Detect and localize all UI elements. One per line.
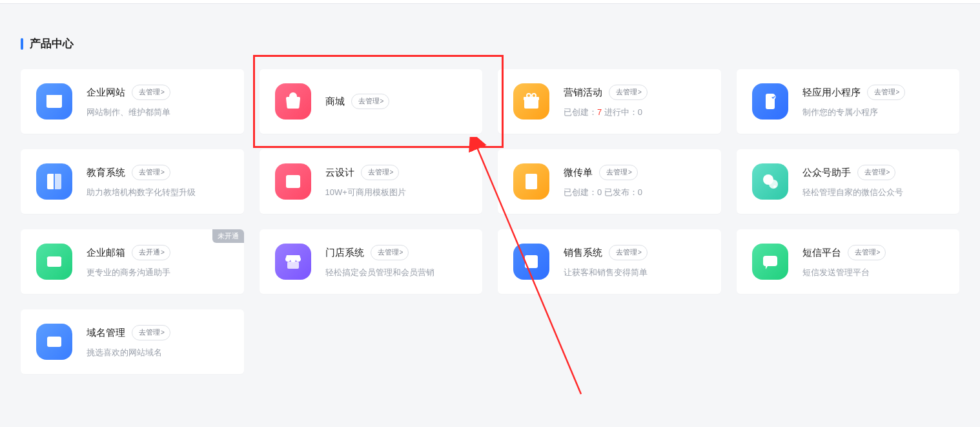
section-accent-bar <box>21 38 23 50</box>
card-subtitle: 挑选喜欢的网站域名 <box>87 347 229 359</box>
leaflet-icon <box>513 163 549 200</box>
manage-button[interactable]: 去开通 <box>132 245 170 260</box>
enterprise-site-icon <box>36 83 72 120</box>
product-card-wechat[interactable]: 公众号助手去管理轻松管理自家的微信公众号 <box>737 149 960 214</box>
product-card-leaflet[interactable]: 微传单去管理已创建：0 已发布：0 <box>498 149 721 214</box>
card-body: 公众号助手去管理轻松管理自家的微信公众号 <box>802 165 944 198</box>
manage-button[interactable]: 去管理 <box>857 165 896 180</box>
edu-icon <box>36 163 72 200</box>
card-title: 企业邮箱 <box>87 247 125 259</box>
svg-point-16 <box>289 178 291 181</box>
mall-icon <box>275 83 311 120</box>
stat-running-value: 0 <box>638 187 642 197</box>
card-stats: 已创建：7 进行中：0 <box>564 107 706 118</box>
card-title: 公众号助手 <box>802 167 851 179</box>
mail-icon <box>36 244 72 280</box>
product-card-miniapp[interactable]: 轻应用小程序去管理制作您的专属小程序 <box>737 69 960 134</box>
card-body: 轻应用小程序去管理制作您的专属小程序 <box>802 85 944 118</box>
svg-point-4 <box>290 99 292 101</box>
card-body: 云设计去管理10W+可商用模板图片 <box>325 165 467 198</box>
manage-button[interactable]: 去管理 <box>609 245 648 260</box>
product-card-mail[interactable]: 企业邮箱去开通更专业的商务沟通助手未开通 <box>21 229 244 294</box>
card-stats: 已创建：0 已发布：0 <box>564 187 706 198</box>
card-subtitle: 短信发送管理平台 <box>802 267 944 278</box>
card-body: 企业网站去管理网站制作、维护都简单 <box>87 85 229 118</box>
manage-button[interactable]: 去管理 <box>848 245 886 260</box>
manage-button[interactable]: 去管理 <box>132 325 170 340</box>
svg-text:W.: W. <box>50 339 57 346</box>
manage-button[interactable]: 去管理 <box>361 165 400 180</box>
svg-rect-24 <box>47 256 61 267</box>
manage-button[interactable]: 去管理 <box>609 85 648 100</box>
miniapp-icon <box>752 83 788 120</box>
card-body: 企业邮箱去开通更专业的商务沟通助手 <box>87 245 229 278</box>
card-subtitle: 轻松管理自家的微信公众号 <box>802 187 944 198</box>
section-header: 产品中心 <box>21 36 959 51</box>
svg-point-2 <box>48 96 50 98</box>
card-body: 门店系统去管理轻松搞定会员管理和会员营销 <box>325 245 467 278</box>
card-body: 域名管理去管理挑选喜欢的网站域名 <box>87 325 229 359</box>
manage-button[interactable]: 去管理 <box>132 165 170 180</box>
card-subtitle: 更专业的商务沟通助手 <box>87 267 229 278</box>
svg-rect-8 <box>530 97 533 109</box>
sales-icon <box>513 244 549 280</box>
card-subtitle: 制作您的专属小程序 <box>802 107 944 118</box>
card-title: 商城 <box>325 96 345 108</box>
stat-running-label: 进行中： <box>604 107 638 117</box>
card-subtitle: 助力教培机构数字化转型升级 <box>87 187 229 198</box>
product-card-store[interactable]: 门店系统去管理轻松搞定会员管理和会员营销 <box>260 229 483 294</box>
stat-running-label: 已发布： <box>604 187 638 197</box>
wechat-icon <box>752 163 788 200</box>
stat-running-value: 0 <box>638 107 642 117</box>
product-card-design[interactable]: 云设计去管理10W+可商用模板图片 <box>260 149 483 214</box>
product-card-domain[interactable]: W.域名管理去管理挑选喜欢的网站域名 <box>21 309 244 374</box>
manage-button[interactable]: 去管理 <box>351 94 390 109</box>
status-badge: 未开通 <box>212 229 244 243</box>
svg-rect-25 <box>287 262 299 269</box>
manage-button[interactable]: 去管理 <box>132 85 170 100</box>
product-card-sales[interactable]: 销售系统去管理让获客和销售变得简单 <box>498 229 721 294</box>
card-title: 销售系统 <box>564 247 602 259</box>
marketing-icon <box>513 83 549 120</box>
product-grid: 企业网站去管理网站制作、维护都简单商城去管理营销活动去管理已创建：7 进行中：0… <box>21 69 959 374</box>
product-card-edu[interactable]: 教育系统去管理助力教培机构数字化转型升级 <box>21 149 244 214</box>
product-card-sms[interactable]: 短信平台去管理短信发送管理平台 <box>737 229 960 294</box>
card-subtitle: 10W+可商用模板图片 <box>325 187 467 198</box>
stat-created-label: 已创建： <box>564 187 597 197</box>
svg-point-3 <box>51 96 53 98</box>
card-title: 轻应用小程序 <box>802 87 861 99</box>
card-subtitle: 网站制作、维护都简单 <box>87 107 229 118</box>
card-body: 教育系统去管理助力教培机构数字化转型升级 <box>87 165 229 198</box>
stat-created-label: 已创建： <box>564 107 597 117</box>
card-body: 短信平台去管理短信发送管理平台 <box>802 245 944 278</box>
card-body: 销售系统去管理让获客和销售变得简单 <box>564 245 706 278</box>
card-body: 微传单去管理已创建：0 已发布：0 <box>564 165 706 198</box>
card-title: 教育系统 <box>87 167 125 179</box>
svg-point-22 <box>769 180 778 189</box>
section-title: 产品中心 <box>30 36 74 51</box>
manage-button[interactable]: 去管理 <box>599 165 638 180</box>
svg-point-12 <box>771 95 775 99</box>
product-card-marketing[interactable]: 营销活动去管理已创建：7 进行中：0 <box>498 69 721 134</box>
content: 产品中心 企业网站去管理网站制作、维护都简单商城去管理营销活动去管理已创建：7 … <box>0 4 980 400</box>
manage-button[interactable]: 去管理 <box>867 85 906 100</box>
card-body: 商城去管理 <box>325 94 467 109</box>
svg-point-23 <box>773 185 776 188</box>
svg-rect-30 <box>763 256 777 266</box>
card-title: 域名管理 <box>87 327 125 339</box>
product-card-mall[interactable]: 商城去管理 <box>260 69 483 134</box>
svg-point-5 <box>294 99 296 101</box>
design-icon <box>275 163 311 200</box>
card-subtitle: 让获客和销售变得简单 <box>564 267 706 278</box>
product-card-enterprise-site[interactable]: 企业网站去管理网站制作、维护都简单 <box>21 69 244 134</box>
svg-point-10 <box>532 94 536 98</box>
domain-icon: W. <box>36 324 72 360</box>
card-title: 微传单 <box>564 167 593 179</box>
manage-button[interactable]: 去管理 <box>371 245 409 260</box>
svg-point-9 <box>527 94 531 98</box>
card-title: 营销活动 <box>564 87 602 99</box>
store-icon <box>275 244 311 280</box>
sms-icon <box>752 244 788 280</box>
card-title: 企业网站 <box>87 87 125 99</box>
card-subtitle: 轻松搞定会员管理和会员营销 <box>325 267 467 278</box>
